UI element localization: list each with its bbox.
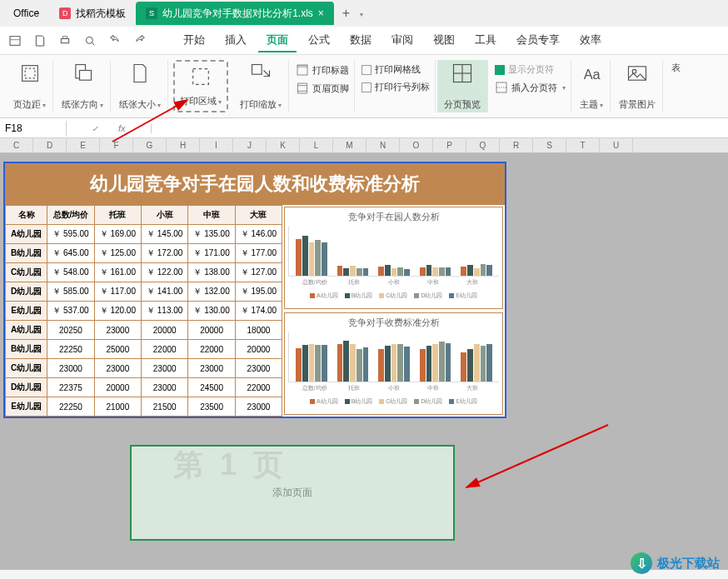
table-cell[interactable]: 23500 — [188, 397, 235, 417]
menu-member[interactable]: 会员专享 — [508, 29, 568, 52]
tab-current-file[interactable]: S幼儿园竞争对手数据对比分析1.xls× — [136, 2, 334, 25]
insert-break-button[interactable]: 插入分页符 — [495, 81, 566, 94]
col-header[interactable]: M — [333, 138, 366, 152]
table-cell[interactable]: 23000 — [47, 359, 94, 378]
table-cell[interactable]: 22000 — [141, 340, 187, 359]
table-cell[interactable]: ￥ 122.00 — [141, 263, 187, 282]
theme-button[interactable]: Aa 主题 — [573, 60, 611, 112]
table-cell[interactable]: ￥ 145.00 — [141, 225, 187, 244]
col-header[interactable]: N — [366, 138, 400, 152]
table-cell[interactable]: 23000 — [94, 321, 141, 340]
tab-office[interactable]: Office — [3, 2, 49, 25]
page-break-preview-button[interactable]: 分页预览 — [437, 60, 488, 112]
orientation-button[interactable]: 纸张方向 — [55, 60, 111, 112]
col-header[interactable]: D — [33, 138, 67, 152]
menu-tool[interactable]: 工具 — [466, 29, 505, 52]
col-header[interactable]: I — [200, 138, 233, 152]
paper-size-button[interactable]: 纸张大小 — [112, 60, 168, 112]
table-cell[interactable]: ￥ 120.00 — [94, 302, 141, 321]
col-header[interactable]: O — [400, 138, 433, 152]
table-cell[interactable]: ￥ 645.00 — [47, 244, 94, 263]
menu-formula[interactable]: 公式 — [300, 29, 338, 52]
table-cell[interactable]: ￥ 135.00 — [188, 225, 235, 244]
table-cell[interactable]: 22375 — [47, 378, 94, 397]
table-cell[interactable]: ￥ 141.00 — [141, 282, 187, 302]
table-button[interactable]: 表 — [665, 60, 687, 112]
table-cell[interactable]: ￥ 177.00 — [235, 244, 282, 263]
col-header[interactable]: P — [433, 138, 466, 152]
table-cell[interactable]: 23000 — [188, 359, 235, 378]
table-cell[interactable]: 21000 — [94, 397, 141, 417]
menu-start[interactable]: 开始 — [175, 29, 213, 52]
col-header[interactable]: T — [566, 138, 600, 152]
table-cell[interactable]: ￥ 130.00 — [188, 302, 235, 321]
table-cell[interactable]: D幼儿园 — [6, 378, 47, 397]
table-cell[interactable]: 23000 — [94, 359, 141, 378]
table-cell[interactable]: 25000 — [94, 340, 141, 359]
redo-icon[interactable] — [133, 34, 147, 47]
table-cell[interactable]: ￥ 117.00 — [94, 282, 141, 302]
col-header[interactable]: S — [533, 138, 566, 152]
col-header[interactable]: C — [0, 138, 33, 152]
col-header[interactable]: U — [600, 138, 633, 152]
table-cell[interactable]: D幼儿园 — [6, 282, 47, 302]
col-header[interactable]: Q — [466, 138, 500, 152]
table-cell[interactable]: 21500 — [141, 397, 187, 417]
table-cell[interactable]: A幼儿园 — [6, 225, 47, 244]
table-cell[interactable]: B幼儿园 — [6, 244, 47, 263]
sheet-area[interactable]: 幼儿园竞争对手在园人数和收费标准分析 名称总数/均价托班小班中班大班A幼儿园￥ … — [0, 153, 728, 570]
table-cell[interactable]: 23000 — [235, 359, 282, 378]
table-cell[interactable]: ￥ 146.00 — [235, 225, 282, 244]
table-cell[interactable]: 18000 — [235, 321, 282, 340]
table-cell[interactable]: ￥ 548.00 — [47, 263, 94, 282]
margins-button[interactable]: 页边距 — [7, 60, 53, 112]
print-rowcol-check[interactable]: 打印行号列标 — [362, 81, 430, 93]
table-cell[interactable]: C幼儿园 — [6, 263, 47, 282]
save-icon[interactable] — [33, 34, 47, 47]
table-cell[interactable]: ￥ 132.00 — [188, 282, 235, 302]
home-icon[interactable] — [8, 34, 22, 47]
print-area-button[interactable]: 打印区域 — [173, 60, 228, 112]
table-cell[interactable]: ￥ 161.00 — [94, 263, 141, 282]
col-header[interactable]: K — [267, 138, 300, 152]
table-cell[interactable]: ￥ 138.00 — [188, 263, 235, 282]
table-cell[interactable]: ￥ 113.00 — [141, 302, 187, 321]
table-cell[interactable]: 22250 — [47, 340, 94, 359]
table-cell[interactable]: ￥ 595.00 — [47, 225, 94, 244]
add-page-area[interactable]: 添加页面 — [130, 445, 455, 541]
table-cell[interactable]: 20000 — [188, 321, 235, 340]
menu-review[interactable]: 审阅 — [383, 29, 421, 52]
table-cell[interactable]: E幼儿园 — [6, 397, 47, 417]
table-cell[interactable]: 24500 — [188, 378, 235, 397]
col-header[interactable]: R — [500, 138, 533, 152]
menu-page[interactable]: 页面 — [258, 29, 297, 52]
col-header[interactable]: L — [300, 138, 333, 152]
print-scale-button[interactable]: 打印缩放 — [233, 60, 289, 112]
preview-icon[interactable] — [83, 34, 97, 47]
table-cell[interactable]: 23000 — [141, 378, 187, 397]
tab-templates[interactable]: D找稻壳模板 — [49, 2, 136, 25]
col-header[interactable]: F — [100, 138, 133, 152]
cell-reference-input[interactable]: F18 — [0, 121, 67, 136]
table-cell[interactable]: 23000 — [141, 359, 187, 378]
table-cell[interactable]: ￥ 171.00 — [188, 244, 235, 263]
table-cell[interactable]: 22000 — [188, 340, 235, 359]
menu-data[interactable]: 数据 — [342, 29, 380, 52]
table-cell[interactable]: 22250 — [47, 397, 94, 417]
table-cell[interactable]: ￥ 127.00 — [235, 263, 282, 282]
close-icon[interactable]: × — [318, 7, 324, 19]
table-cell[interactable]: ￥ 537.00 — [47, 302, 94, 321]
table-cell[interactable]: ￥ 585.00 — [47, 282, 94, 302]
table-cell[interactable]: 20000 — [141, 321, 187, 340]
header-footer-button[interactable]: 页眉页脚 — [296, 82, 349, 95]
table-cell[interactable]: E幼儿园 — [6, 302, 47, 321]
col-header[interactable]: J — [233, 138, 267, 152]
print-icon[interactable] — [58, 34, 72, 47]
show-break-check[interactable]: 显示分页符 — [495, 63, 566, 76]
table-cell[interactable]: 23000 — [235, 397, 282, 417]
bg-image-button[interactable]: 背景图片 — [612, 60, 663, 112]
table-cell[interactable]: A幼儿园 — [6, 321, 47, 340]
new-tab-button[interactable]: + — [334, 6, 358, 21]
col-header[interactable]: G — [133, 138, 167, 152]
col-header[interactable]: E — [67, 138, 100, 152]
